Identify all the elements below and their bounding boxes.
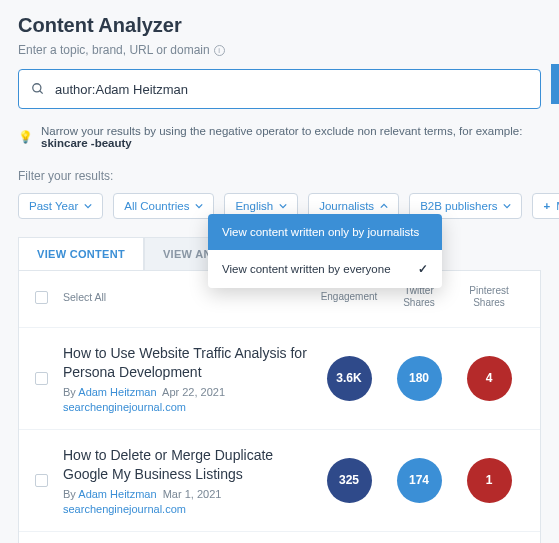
result-byline: By Adam Heitzman Mar 1, 2021 <box>63 488 314 500</box>
info-icon[interactable]: i <box>214 45 225 56</box>
check-icon: ✓ <box>418 262 428 276</box>
more-filters-button[interactable]: + More Filters <box>532 193 559 219</box>
search-box[interactable] <box>18 69 541 109</box>
popover-option-everyone[interactable]: View content written by everyone ✓ <box>208 250 442 288</box>
chevron-down-icon <box>279 202 287 210</box>
col-engagement: Engagement <box>314 291 384 303</box>
filter-countries-label: All Countries <box>124 200 189 212</box>
filter-journalists-label: Journalists <box>319 200 374 212</box>
filter-past-year[interactable]: Past Year <box>18 193 103 219</box>
search-button[interactable] <box>551 64 559 104</box>
pinterest-badge: 1 <box>467 458 512 503</box>
result-date: Apr 22, 2021 <box>162 386 225 398</box>
subtitle-text: Enter a topic, brand, URL or domain <box>18 43 210 57</box>
filter-countries[interactable]: All Countries <box>113 193 214 219</box>
svg-line-1 <box>40 91 43 94</box>
select-all-checkbox[interactable] <box>35 291 48 304</box>
chevron-up-icon <box>380 202 388 210</box>
popover-option-only-journalists[interactable]: View content written only by journalists <box>208 214 442 250</box>
result-title[interactable]: How to Delete or Merge Duplicate Google … <box>63 446 314 484</box>
page-title: Content Analyzer <box>18 14 541 37</box>
col-pinterest: PinterestShares <box>454 285 524 309</box>
plus-icon: + <box>543 200 550 212</box>
svg-point-0 <box>33 84 41 92</box>
popover-option-label: View content written only by journalists <box>222 226 419 238</box>
result-author[interactable]: Adam Heitzman <box>78 386 156 398</box>
results-table: Select All Engagement TwitterShares Pint… <box>18 271 541 543</box>
row-checkbox[interactable] <box>35 474 48 487</box>
filter-b2b-label: B2B publishers <box>420 200 497 212</box>
col-twitter: TwitterShares <box>384 285 454 309</box>
tip-row: 💡 Narrow your results by using the negat… <box>18 125 541 149</box>
result-date: Mar 1, 2021 <box>163 488 222 500</box>
result-title[interactable]: How to Use Website Traffic Analysis for … <box>63 344 314 382</box>
result-byline: By Adam Heitzman Apr 22, 2021 <box>63 386 314 398</box>
filter-language-label: English <box>235 200 273 212</box>
engagement-badge: 325 <box>327 458 372 503</box>
tip-text: Narrow your results by using the negativ… <box>41 125 522 137</box>
chevron-down-icon <box>84 202 92 210</box>
table-row: How to Use Website Traffic Analysis for … <box>19 328 540 430</box>
twitter-badge: 180 <box>397 356 442 401</box>
popover-option-label: View content written by everyone <box>222 263 391 275</box>
tip-example: skincare -beauty <box>41 137 132 149</box>
search-input[interactable] <box>55 82 528 97</box>
page-subtitle: Enter a topic, brand, URL or domain i <box>18 43 541 57</box>
twitter-badge: 174 <box>397 458 442 503</box>
filter-label: Filter your results: <box>18 169 541 183</box>
table-row: How to Delete or Merge Duplicate Google … <box>19 430 540 532</box>
journalists-popover: View content written only by journalists… <box>208 214 442 288</box>
result-domain[interactable]: searchenginejournal.com <box>63 503 314 515</box>
chevron-down-icon <box>195 202 203 210</box>
search-icon <box>31 82 45 96</box>
chevron-down-icon <box>503 202 511 210</box>
table-row: Wix vs WordPress: Which Is Better for SE… <box>19 532 540 543</box>
result-author[interactable]: Adam Heitzman <box>78 488 156 500</box>
select-all-label: Select All <box>59 291 314 303</box>
row-checkbox[interactable] <box>35 372 48 385</box>
pinterest-badge: 4 <box>467 356 512 401</box>
tab-view-content[interactable]: VIEW CONTENT <box>18 237 144 270</box>
bulb-icon: 💡 <box>18 130 33 144</box>
result-domain[interactable]: searchenginejournal.com <box>63 401 314 413</box>
filter-past-year-label: Past Year <box>29 200 78 212</box>
select-all-checkbox-col <box>35 291 59 304</box>
engagement-badge: 3.6K <box>327 356 372 401</box>
